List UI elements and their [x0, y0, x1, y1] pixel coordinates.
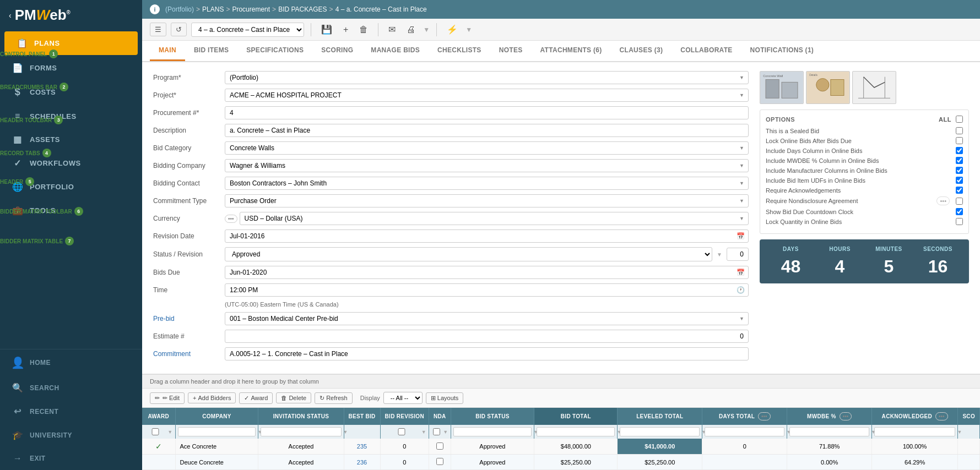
sidebar-item-assets[interactable]: ▦ ASSETS [0, 128, 142, 151]
currency-select[interactable]: USD – Dollar (USA) [240, 212, 749, 225]
best-bid-link-1[interactable]: 236 [357, 459, 367, 466]
nda-checkbox-0[interactable] [436, 442, 443, 450]
option-nda-checkbox[interactable] [956, 198, 963, 205]
sidebar-item-workflows[interactable]: ✓ WORKFLOWS [0, 151, 142, 175]
mwdbe-more-button[interactable]: ••• [840, 412, 852, 420]
filter-bid-status-input[interactable] [453, 427, 532, 436]
sidebar-item-university[interactable]: 🎓 UNIVERSITY [0, 423, 142, 447]
menu-button[interactable]: ☰ [150, 23, 166, 36]
print-button[interactable]: 🖨 [403, 23, 419, 37]
filter-invitation-input[interactable] [261, 427, 341, 436]
best-bid-link-0[interactable]: 235 [357, 443, 367, 450]
option-days-column-checkbox[interactable] [956, 147, 963, 154]
undo-button[interactable]: ↺ [171, 23, 187, 36]
currency-more-button[interactable]: ••• [225, 215, 237, 223]
tab-scoring[interactable]: SCORING [312, 41, 362, 61]
cell-bid-revision-1: 0 [380, 455, 429, 470]
print-dropdown[interactable]: ▼ [423, 26, 430, 34]
layouts-button[interactable]: ⊞ Layouts [426, 392, 464, 404]
refresh-button[interactable]: ↻ Refresh [315, 392, 353, 404]
option-bid-item-udfs-checkbox[interactable] [956, 177, 963, 184]
tab-checklists[interactable]: CHECKLISTS [429, 41, 490, 61]
delete-button[interactable]: 🗑 [356, 23, 371, 37]
tab-main[interactable]: MAIN [150, 41, 185, 61]
filter-nda-checkbox[interactable] [431, 428, 442, 435]
filter-acknowledged-input[interactable] [874, 427, 956, 436]
days-total-more-button[interactable]: ••• [758, 412, 771, 420]
clock-icon[interactable]: 🕐 [733, 284, 748, 296]
bidding-company-select[interactable]: Wagner & Williams [225, 159, 749, 172]
option-sealed-bid-checkbox[interactable] [956, 127, 963, 134]
time-input[interactable] [225, 284, 733, 296]
sidebar-item-portfolio[interactable]: 🌐 PORTFOLIO [0, 175, 142, 199]
tab-clauses[interactable]: CLAUSES (3) [611, 41, 672, 61]
calendar-icon[interactable]: 📅 [733, 230, 748, 242]
bids-due-input[interactable] [225, 266, 733, 278]
sidebar-item-home[interactable]: 👤 HOME [0, 349, 142, 376]
nda-checkbox-1[interactable] [436, 458, 443, 465]
tab-specifications[interactable]: SPECIFICATIONS [237, 41, 312, 61]
filter-bid-rev-checkbox[interactable] [383, 428, 420, 435]
option-lock-quantity-checkbox[interactable] [956, 218, 963, 225]
tab-notifications[interactable]: NOTIFICATIONS (1) [741, 41, 823, 61]
option-nda-controls: ••• [936, 196, 963, 205]
sidebar-item-costs[interactable]: $ COSTS [0, 80, 142, 105]
filter-company-input[interactable] [178, 427, 256, 436]
option-lock-online-checkbox[interactable] [956, 137, 963, 144]
record-selector[interactable]: 4 – a. Concrete – Cast in Place [191, 23, 304, 37]
status-select[interactable]: Approved [225, 247, 712, 261]
sidebar-item-exit[interactable]: → EXIT [0, 447, 142, 470]
option-nda-more-button[interactable]: ••• [936, 196, 950, 205]
tab-manage-bids[interactable]: MANAGE BIDS [362, 41, 429, 61]
sidebar-item-plans[interactable]: 📋 PLANS [4, 31, 138, 55]
bid-category-select[interactable]: Concrete Walls [225, 141, 749, 155]
display-select[interactable]: -- All -- [383, 392, 423, 404]
filter-days-total-input[interactable] [705, 427, 784, 436]
options-all-checkbox[interactable] [956, 116, 963, 123]
filter-mwdbe-input[interactable] [789, 427, 869, 436]
commitment-link[interactable]: Commitment [153, 350, 191, 358]
revision-date-input[interactable] [225, 230, 733, 242]
option-mwdbe-checkbox[interactable] [956, 157, 963, 164]
option-require-ack-checkbox[interactable] [956, 187, 963, 194]
sidebar-item-tools[interactable]: 💼 TOOLS [0, 199, 142, 222]
tab-collaborate[interactable]: COLLABORATE [672, 41, 741, 61]
procurement-input[interactable] [225, 106, 749, 119]
tab-notes[interactable]: NOTES [490, 41, 532, 61]
filter-award-checkbox[interactable] [144, 428, 166, 435]
program-select[interactable]: (Portfolio) [225, 71, 749, 84]
sidebar-item-schedules[interactable]: ≡ SCHEDULES [0, 105, 142, 128]
save-button[interactable]: 💾 [318, 22, 335, 37]
estimate-input[interactable] [225, 330, 749, 343]
info-icon[interactable]: i [150, 4, 160, 14]
lightning-button[interactable]: ⚡ [443, 22, 461, 37]
filter-bid-total-input[interactable] [537, 427, 615, 436]
pre-bid-select[interactable]: 001 – Boston Medical Center Pre-bid [225, 312, 749, 325]
lightning-dropdown[interactable]: ▼ [465, 26, 472, 34]
sidebar-item-recent[interactable]: ↩ RECENT [0, 400, 142, 423]
bidding-contact-select[interactable]: Boston Contractors – John Smith [225, 177, 749, 190]
back-arrow-icon[interactable]: ‹ [9, 11, 12, 20]
add-button[interactable]: + [340, 23, 351, 37]
tab-attachments[interactable]: ATTACHMENTS (6) [532, 41, 611, 61]
option-manufacturer-checkbox[interactable] [956, 167, 963, 174]
commitment-type-select[interactable]: Purchase Order [225, 194, 749, 207]
sidebar-item-forms[interactable]: 📄 FORMS [0, 56, 142, 80]
breadcrumb-portfolio[interactable]: (Portfolio) [165, 6, 194, 13]
option-countdown-checkbox[interactable] [956, 208, 963, 215]
edit-button[interactable]: ✏ ✏ Edit [150, 392, 185, 404]
description-input[interactable] [225, 124, 749, 137]
add-bidders-button[interactable]: + Add Bidders [188, 392, 236, 403]
status-revision-input[interactable] [727, 248, 749, 261]
tab-bid-items[interactable]: BID ITEMS [185, 41, 237, 61]
bids-due-calendar-icon[interactable]: 📅 [733, 266, 748, 278]
email-button[interactable]: ✉ [385, 22, 399, 37]
pre-bid-link[interactable]: Pre-bid [153, 315, 175, 323]
acknowledged-more-button[interactable]: ••• [935, 412, 948, 420]
award-button[interactable]: ✓ Award [239, 392, 273, 404]
filter-leveled-total-input[interactable] [620, 427, 700, 436]
sidebar-item-search[interactable]: 🔍 SEARCH [0, 376, 142, 400]
project-select[interactable]: ACME – ACME HOSPITAL PROJECT [225, 89, 749, 102]
commitment-input[interactable] [225, 347, 749, 360]
bidder-delete-button[interactable]: 🗑 Delete [276, 392, 311, 403]
